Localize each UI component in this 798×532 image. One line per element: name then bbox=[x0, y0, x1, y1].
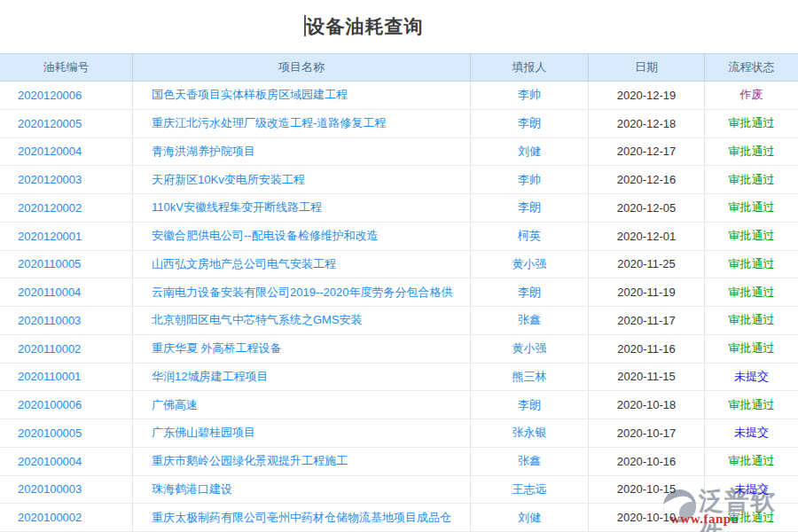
date-text: 2020-12-18 bbox=[589, 110, 705, 137]
fuel-record-id-link[interactable]: 2020120001 bbox=[0, 223, 133, 250]
date-text: 2020-11-17 bbox=[589, 307, 705, 334]
status-badge: 审批通过 bbox=[705, 504, 798, 531]
reporter-link[interactable]: 李朗 bbox=[471, 110, 589, 137]
reporter-link[interactable]: 张永银 bbox=[471, 419, 589, 447]
status-badge: 审批通过 bbox=[705, 278, 798, 306]
fuel-record-id-link[interactable]: 2020100005 bbox=[0, 419, 133, 447]
fuel-record-id-link[interactable]: 2020100003 bbox=[0, 476, 133, 504]
status-badge: 未提交 bbox=[705, 419, 798, 447]
date-text: 2020-12-17 bbox=[589, 138, 705, 166]
reporter-link[interactable]: 张鑫 bbox=[471, 448, 589, 475]
header-date: 日期 bbox=[589, 54, 705, 81]
reporter-link[interactable]: 刘健 bbox=[471, 138, 589, 166]
reporter-link[interactable]: 张鑫 bbox=[471, 307, 589, 334]
fuel-record-id-link[interactable]: 2020120004 bbox=[0, 138, 133, 166]
project-name-link[interactable]: 青海洪湖养护院项目 bbox=[133, 138, 471, 166]
table-body: 2020120006 国色天香项目实体样板房区域园建工程 李帅 2020-12-… bbox=[0, 82, 798, 532]
project-name-link[interactable]: 北京朝阳区电气中芯特气系统之GMS安装 bbox=[133, 307, 471, 334]
date-text: 2020-11-16 bbox=[589, 335, 705, 363]
status-badge: 审批通过 bbox=[705, 391, 798, 419]
table-row: 2020110003 北京朝阳区电气中芯特气系统之GMS安装 张鑫 2020-1… bbox=[0, 307, 798, 335]
reporter-link[interactable]: 黄小强 bbox=[471, 251, 589, 278]
table-row: 2020120005 重庆江北污水处理厂级改造工程-道路修复工程 李朗 2020… bbox=[0, 110, 798, 138]
fuel-record-id-link[interactable]: 2020110004 bbox=[0, 278, 133, 306]
status-badge: 审批通过 bbox=[705, 448, 798, 475]
status-badge: 审批通过 bbox=[705, 307, 798, 334]
page-title: 设备油耗查询 bbox=[304, 14, 424, 39]
date-text: 2020-10-18 bbox=[589, 391, 705, 419]
project-name-link[interactable]: 山西弘文房地产总公司电气安装工程 bbox=[133, 251, 471, 278]
header-reporter: 填报人 bbox=[471, 54, 589, 81]
project-name-link[interactable]: 重庆太极制药有限公司亳州中药材仓储物流基地项目成品仓 bbox=[133, 504, 471, 531]
fuel-record-id-link[interactable]: 2020120002 bbox=[0, 194, 133, 222]
date-text: 2020-11-15 bbox=[589, 364, 705, 391]
fuel-consumption-table: 油耗编号 项目名称 填报人 日期 流程状态 2020120006 国色天香项目实… bbox=[0, 53, 798, 532]
project-name-link[interactable]: 国色天香项目实体样板房区域园建工程 bbox=[133, 82, 471, 109]
reporter-link[interactable]: 李朗 bbox=[471, 278, 589, 306]
reporter-link[interactable]: 王志远 bbox=[471, 476, 589, 504]
project-name-link[interactable]: 云南电力设备安装有限公司2019--2020年度劳务分包合格供 bbox=[133, 278, 471, 306]
table-row: 2020100006 广佛高速 李朗 2020-10-18 审批通过 bbox=[0, 391, 798, 419]
fuel-record-id-link[interactable]: 2020110005 bbox=[0, 251, 133, 278]
fuel-record-id-link[interactable]: 2020120005 bbox=[0, 110, 133, 137]
date-text: 2020-12-16 bbox=[589, 166, 705, 193]
status-badge: 审批通过 bbox=[705, 138, 798, 166]
date-text: 2020-10-17 bbox=[589, 419, 705, 447]
fuel-record-id-link[interactable]: 2020120006 bbox=[0, 82, 133, 109]
status-badge: 审批通过 bbox=[705, 251, 798, 278]
table-row: 2020120006 国色天香项目实体样板房区域园建工程 李帅 2020-12-… bbox=[0, 82, 798, 110]
table-row: 2020100005 广东佛山碧桂园项目 张永银 2020-10-17 未提交 bbox=[0, 419, 798, 448]
date-text: 2020-11-19 bbox=[589, 278, 705, 306]
reporter-link[interactable]: 黄小强 bbox=[471, 335, 589, 363]
fuel-record-id-link[interactable]: 2020100006 bbox=[0, 391, 133, 419]
reporter-link[interactable]: 柯英 bbox=[471, 223, 589, 250]
project-name-link[interactable]: 重庆华夏 外高桥工程设备 bbox=[133, 335, 471, 363]
status-badge: 审批通过 bbox=[705, 335, 798, 363]
fuel-record-id-link[interactable]: 2020110001 bbox=[0, 364, 133, 391]
project-name-link[interactable]: 天府新区10Kv变电所安装工程 bbox=[133, 166, 471, 193]
reporter-link[interactable]: 刘健 bbox=[471, 504, 589, 531]
status-badge: 作废 bbox=[705, 82, 798, 109]
reporter-link[interactable]: 李帅 bbox=[471, 82, 589, 109]
reporter-link[interactable]: 李朗 bbox=[471, 194, 589, 222]
reporter-link[interactable]: 李帅 bbox=[471, 166, 589, 193]
table-row: 2020110005 山西弘文房地产总公司电气安装工程 黄小强 2020-11-… bbox=[0, 251, 798, 279]
project-name-link[interactable]: 110kV安徽线程集变开断线路工程 bbox=[133, 194, 471, 222]
table-row: 2020100003 珠海鹤港口建设 王志远 2020-10-15 未提交 bbox=[0, 476, 798, 505]
project-name-link[interactable]: 安徽合肥供电公司--配电设备检修维护和改造 bbox=[133, 223, 471, 250]
status-badge: 审批通过 bbox=[705, 110, 798, 137]
title-bar: 设备油耗查询 bbox=[0, 0, 798, 53]
date-text: 2020-12-05 bbox=[589, 194, 705, 222]
date-text: 2020-11-25 bbox=[589, 251, 705, 278]
date-text: 2020-12-01 bbox=[589, 223, 705, 250]
table-header-row: 油耗编号 项目名称 填报人 日期 流程状态 bbox=[0, 53, 798, 82]
status-badge: 审批通过 bbox=[705, 194, 798, 222]
project-name-link[interactable]: 华润12城房建工程项目 bbox=[133, 364, 471, 391]
project-name-link[interactable]: 广东佛山碧桂园项目 bbox=[133, 419, 471, 447]
reporter-link[interactable]: 熊三林 bbox=[471, 364, 589, 391]
fuel-record-id-link[interactable]: 2020110002 bbox=[0, 335, 133, 363]
reporter-link[interactable]: 李朗 bbox=[471, 391, 589, 419]
date-text: 2020-12-19 bbox=[589, 82, 705, 109]
fuel-record-id-link[interactable]: 2020100002 bbox=[0, 504, 133, 531]
table-row: 2020120001 安徽合肥供电公司--配电设备检修维护和改造 柯英 2020… bbox=[0, 223, 798, 251]
project-name-link[interactable]: 重庆市鹅岭公园绿化景观提升工程施工 bbox=[133, 448, 471, 475]
header-project-name: 项目名称 bbox=[133, 54, 471, 81]
table-row: 2020110001 华润12城房建工程项目 熊三林 2020-11-15 未提… bbox=[0, 364, 798, 392]
table-row: 2020100002 重庆太极制药有限公司亳州中药材仓储物流基地项目成品仓 刘健… bbox=[0, 504, 798, 532]
fuel-record-id-link[interactable]: 2020100004 bbox=[0, 448, 133, 475]
project-name-link[interactable]: 广佛高速 bbox=[133, 391, 471, 419]
table-row: 2020120003 天府新区10Kv变电所安装工程 李帅 2020-12-16… bbox=[0, 166, 798, 194]
date-text: 2020-10-10 bbox=[589, 504, 705, 531]
project-name-link[interactable]: 珠海鹤港口建设 bbox=[133, 476, 471, 504]
status-badge: 审批通过 bbox=[705, 166, 798, 193]
fuel-record-id-link[interactable]: 2020120003 bbox=[0, 166, 133, 193]
date-text: 2020-10-15 bbox=[589, 476, 705, 504]
header-status: 流程状态 bbox=[705, 54, 798, 81]
fuel-record-id-link[interactable]: 2020110003 bbox=[0, 307, 133, 334]
status-badge: 审批通过 bbox=[705, 223, 798, 250]
table-row: 2020120002 110kV安徽线程集变开断线路工程 李朗 2020-12-… bbox=[0, 194, 798, 223]
date-text: 2020-10-16 bbox=[589, 448, 705, 475]
project-name-link[interactable]: 重庆江北污水处理厂级改造工程-道路修复工程 bbox=[133, 110, 471, 137]
table-row: 2020100004 重庆市鹅岭公园绿化景观提升工程施工 张鑫 2020-10-… bbox=[0, 448, 798, 476]
